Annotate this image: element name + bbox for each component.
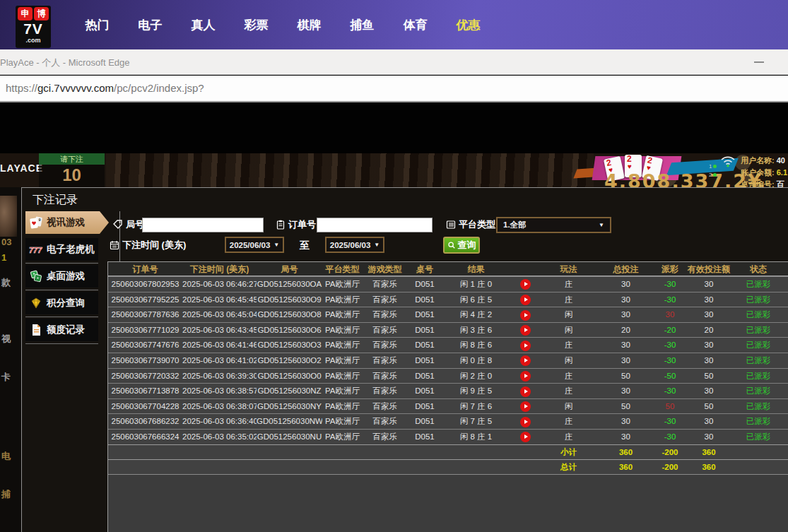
platform-cell: PA欧洲厅 bbox=[322, 369, 363, 384]
date-to-select[interactable]: 2025/06/03▼ bbox=[325, 237, 384, 253]
play-icon[interactable] bbox=[520, 341, 531, 351]
total-bet-cell: 30 bbox=[596, 414, 656, 429]
minimize-icon[interactable] bbox=[754, 61, 764, 63]
svg-text:777: 777 bbox=[29, 246, 42, 254]
play-icon[interactable] bbox=[520, 279, 531, 290]
sidebar-item-label: 视讯游戏 bbox=[47, 216, 85, 229]
round-id-cell: GD051256030NY bbox=[257, 399, 322, 414]
sidebar-item-points[interactable]: 积分查询 bbox=[25, 292, 98, 314]
result-cell: 闲 0 庄 8 bbox=[442, 353, 510, 368]
payout-cell: -30 bbox=[656, 292, 684, 307]
status-cell: 已派彩 bbox=[734, 277, 783, 292]
logo-badge-right: 博 bbox=[34, 7, 49, 20]
round-id-cell: GD051256030O6 bbox=[257, 323, 322, 338]
nav-item-0[interactable]: 热门 bbox=[71, 17, 124, 33]
nav-item-5[interactable]: 捕鱼 bbox=[336, 17, 389, 33]
order-number-label: 订单号 bbox=[276, 218, 316, 231]
left-backdrop: 03 1 款 视 卡 电 捕 bbox=[0, 187, 21, 532]
order-number-input[interactable] bbox=[317, 218, 433, 232]
play-icon[interactable] bbox=[520, 295, 531, 305]
total-valid-bet: 360 bbox=[684, 460, 734, 474]
sidebar-item-label: 电子老虎机 bbox=[47, 243, 95, 256]
slot-777-icon: 777 bbox=[29, 242, 43, 256]
sidebar: 9 视讯游戏 777 电子老虎机 bbox=[25, 211, 110, 345]
play-icon[interactable] bbox=[520, 386, 531, 397]
nav-item-1[interactable]: 电子 bbox=[124, 17, 177, 33]
total-bet-cell: 50 bbox=[596, 399, 656, 414]
betting-records-page: 03 1 款 视 卡 电 捕 下注记录 9 视讯游戏 bbox=[0, 187, 788, 532]
chevron-down-icon: ▼ bbox=[274, 242, 279, 248]
result-cell: 闲 9 庄 5 bbox=[442, 384, 510, 398]
table-no-cell: D051 bbox=[407, 369, 442, 384]
order-id-cell: 250603067747676 bbox=[108, 338, 182, 353]
overflow-cell bbox=[783, 414, 788, 429]
play-icon[interactable] bbox=[520, 371, 531, 382]
url-bar[interactable]: https://gci.7vvvvvv.com/pc/pcv2/index.js… bbox=[0, 76, 788, 102]
valid-bet-cell: 50 bbox=[684, 399, 734, 414]
game-type-cell: 百家乐 bbox=[363, 384, 407, 398]
total-bet-cell: 30 bbox=[596, 384, 656, 398]
column-header: 游戏类型 bbox=[363, 262, 407, 276]
sidebar-item-slots[interactable]: 777 电子老虎机 bbox=[25, 238, 98, 261]
search-button[interactable]: 查询 bbox=[443, 237, 480, 254]
valid-bet-cell: 30 bbox=[684, 353, 734, 368]
play-cell: 庄 bbox=[541, 292, 596, 307]
nav-item-4[interactable]: 棋牌 bbox=[283, 17, 336, 33]
result-replay-cell bbox=[510, 338, 541, 353]
round-id-cell: GD051256030NZ bbox=[257, 384, 322, 398]
column-header: 派彩 bbox=[656, 262, 684, 276]
nav-item-6[interactable]: 体育 bbox=[389, 17, 442, 33]
play-icon[interactable] bbox=[520, 355, 531, 366]
total-bet-cell: 30 bbox=[596, 338, 656, 353]
play-icon[interactable] bbox=[520, 310, 531, 321]
status-cell: 已派彩 bbox=[734, 307, 783, 322]
valid-bet-cell: 30 bbox=[684, 277, 734, 292]
table-no-cell: D051 bbox=[407, 277, 442, 292]
valid-bet-cell: 30 bbox=[684, 384, 734, 398]
site-logo[interactable]: 申 博 7V .com bbox=[16, 6, 51, 48]
table-no-cell: D051 bbox=[407, 399, 442, 414]
sidebar-item-quota-records[interactable]: 额度记录 bbox=[25, 319, 98, 341]
date-from-select[interactable]: 2025/06/03▼ bbox=[225, 237, 284, 253]
play-icon[interactable] bbox=[520, 432, 531, 442]
order-id-cell: 250603067802953 bbox=[108, 277, 182, 292]
platform-type-select[interactable]: 1.全部▼ bbox=[496, 217, 611, 233]
bet-time-cell: 2025-06-03 06:41:46 bbox=[182, 338, 257, 353]
result-cell: 闲 1 庄 0 bbox=[442, 277, 510, 292]
order-id-cell: 250603067666324 bbox=[108, 430, 182, 444]
result-cell: 闲 7 庄 6 bbox=[442, 399, 510, 414]
casino-banner: LAYACE 请下注 10 2♥ 2♥ 2♥ 4,808,337.2¥ 1 2 … bbox=[0, 153, 788, 187]
sidebar-item-table-games[interactable]: 桌面游戏 bbox=[25, 265, 98, 288]
column-header: 游 bbox=[783, 262, 788, 276]
window-title: PlayAce - 个人 - Microsoft Edge bbox=[0, 57, 130, 69]
backdrop-fragment: 视 bbox=[1, 333, 11, 345]
bead-road: 1 2 bbox=[709, 163, 717, 178]
result-replay-cell bbox=[510, 353, 541, 368]
play-icon[interactable] bbox=[520, 401, 531, 412]
payout-cell: -30 bbox=[656, 277, 684, 292]
overflow-cell bbox=[783, 277, 788, 292]
subtotal-valid-bet: 360 bbox=[684, 445, 734, 460]
platform-cell: PA欧洲厅 bbox=[322, 323, 363, 338]
overflow-cell bbox=[783, 430, 788, 444]
sidebar-item-live-games[interactable]: 9 视讯游戏 bbox=[25, 211, 109, 234]
play-icon[interactable] bbox=[520, 325, 531, 336]
nav-item-3[interactable]: 彩票 bbox=[230, 17, 283, 33]
payout-cell: -50 bbox=[656, 369, 684, 384]
bet-time-cell: 2025-06-03 06:41:02 bbox=[182, 353, 257, 368]
nav-item-7[interactable]: 优惠 bbox=[442, 17, 495, 33]
play-icon[interactable] bbox=[520, 417, 531, 427]
platform-cell: PA欧洲厅 bbox=[322, 277, 363, 292]
diamond-icon bbox=[29, 296, 43, 310]
column-header: 平台类型 bbox=[322, 262, 363, 276]
order-id-cell: 250603067720332 bbox=[108, 369, 182, 384]
bet-countdown-box: 请下注 10 bbox=[39, 153, 105, 187]
result-replay-cell bbox=[510, 277, 541, 292]
bet-time-cell: 2025-06-03 06:46:27 bbox=[182, 277, 257, 292]
result-replay-cell bbox=[510, 323, 541, 338]
user-name-line: 用户名称: 40 bbox=[741, 155, 785, 166]
backdrop-fragment: 款 bbox=[1, 276, 11, 289]
nav-item-2[interactable]: 真人 bbox=[177, 17, 230, 33]
round-number-input[interactable] bbox=[142, 218, 264, 232]
table-no-cell: D051 bbox=[407, 307, 442, 322]
